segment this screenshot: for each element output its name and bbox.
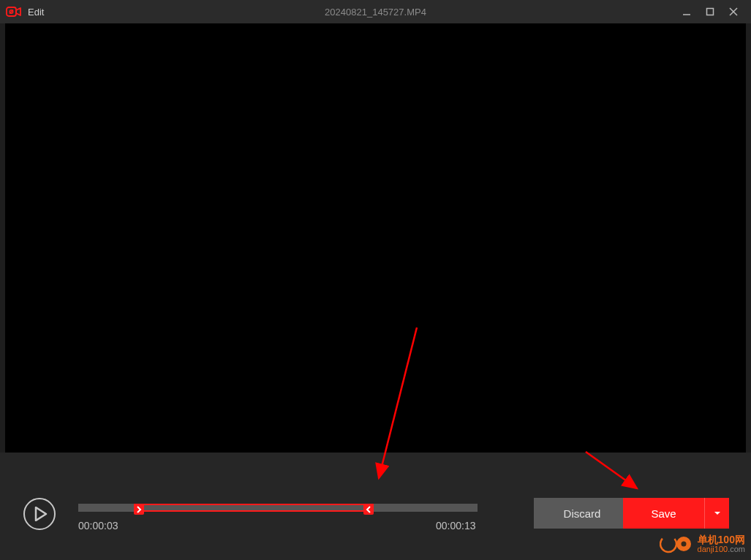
filename-label: 20240821_145727.MP4 bbox=[325, 7, 426, 18]
svg-point-11 bbox=[681, 542, 686, 547]
titlebar: Edit 20240821_145727.MP4 bbox=[0, 0, 751, 23]
play-button[interactable] bbox=[23, 498, 56, 530]
minimize-button[interactable] bbox=[675, 0, 698, 23]
trim-end-time: 00:00:13 bbox=[436, 520, 476, 531]
save-dropdown-button[interactable] bbox=[705, 498, 729, 529]
watermark-icon bbox=[660, 532, 695, 556]
video-preview[interactable] bbox=[5, 23, 746, 453]
save-label: Save bbox=[651, 507, 676, 520]
chevron-down-icon bbox=[714, 511, 721, 515]
trim-handle-start[interactable] bbox=[134, 504, 144, 515]
window-controls bbox=[675, 0, 745, 23]
app-icon bbox=[6, 6, 22, 18]
discard-button[interactable]: Discard bbox=[534, 498, 630, 529]
trim-selection[interactable] bbox=[134, 504, 374, 512]
discard-label: Discard bbox=[564, 507, 601, 520]
save-button-group: Save bbox=[623, 498, 729, 529]
trim-handle-end[interactable] bbox=[363, 504, 374, 515]
trim-start-time: 00:00:03 bbox=[78, 520, 118, 531]
watermark-line1: 单机100网 bbox=[698, 534, 745, 545]
watermark: 单机100网 danji100.com bbox=[660, 532, 745, 556]
control-panel: 00:00:03 00:00:13 Discard Save bbox=[0, 453, 751, 560]
watermark-line2: danji100.com bbox=[698, 545, 745, 554]
maximize-button[interactable] bbox=[698, 0, 722, 23]
svg-rect-4 bbox=[707, 9, 714, 15]
save-button[interactable]: Save bbox=[623, 498, 705, 529]
close-button[interactable] bbox=[722, 0, 745, 23]
timeline-track[interactable] bbox=[78, 504, 478, 512]
window-title: Edit bbox=[28, 7, 44, 18]
